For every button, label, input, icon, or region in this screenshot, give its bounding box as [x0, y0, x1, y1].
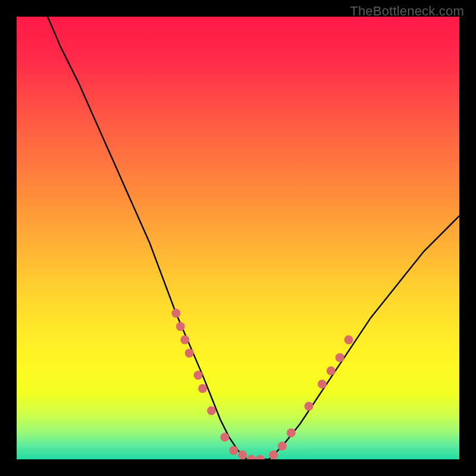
- data-marker: [176, 322, 185, 331]
- data-marker: [269, 450, 278, 459]
- data-marker: [185, 349, 194, 358]
- chart-frame: TheBottleneck.com: [0, 0, 476, 476]
- data-marker: [194, 371, 203, 380]
- plot-area: [17, 17, 459, 459]
- chart-svg: [17, 17, 459, 459]
- data-marker: [198, 384, 207, 393]
- data-marker: [327, 367, 336, 375]
- data-marker: [238, 450, 247, 459]
- data-marker: [287, 428, 296, 437]
- data-marker: [305, 402, 314, 411]
- data-marker: [318, 380, 327, 389]
- data-marker: [207, 406, 216, 415]
- data-marker: [278, 441, 287, 450]
- data-marker: [220, 433, 229, 441]
- watermark-label: TheBottleneck.com: [350, 4, 464, 19]
- data-marker: [345, 336, 353, 345]
- data-marker: [336, 353, 345, 362]
- gradient-background: [17, 17, 459, 459]
- data-marker: [180, 336, 189, 345]
- data-marker: [171, 309, 180, 318]
- data-marker: [229, 446, 238, 455]
